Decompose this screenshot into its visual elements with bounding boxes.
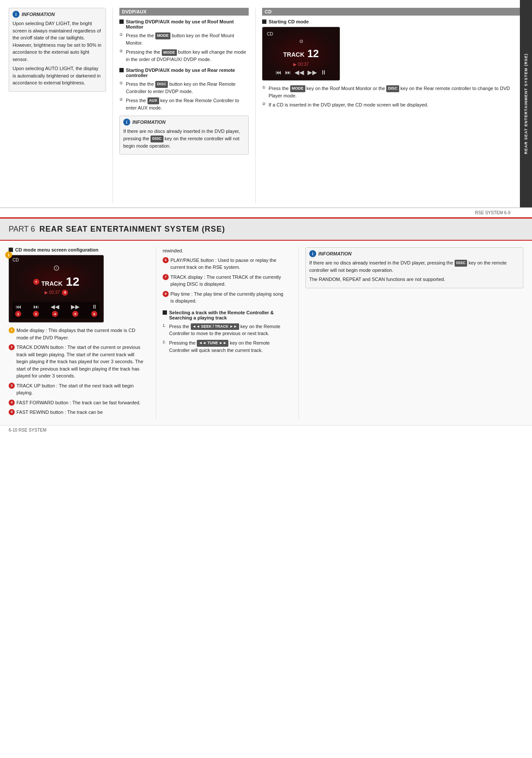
part-title: REAR SEAT ENTERTAINMENT SYSTEM (RSE) (39, 225, 225, 234)
prev-track-icon: ⏮ (276, 69, 282, 76)
ann-7: 7 (33, 279, 39, 285)
badge-5: 5 (9, 409, 15, 415)
cd-screen-bottom: CD ⊙ 7 TRACK 12 ▶ 00:37 (9, 255, 104, 323)
mode-kbd2: MODE (162, 49, 177, 56)
sub1-title-text: Starting DVDP/AUX mode by use of Roof Mo… (126, 19, 249, 29)
ctrl-2: ⏭ 3 (33, 303, 39, 317)
track-number: 12 (307, 48, 319, 59)
track-label: TRACK (283, 51, 304, 58)
list-item-4: 4 FAST FORWARD button : The track can be… (9, 399, 147, 406)
bottom-mid: rewinded. 6 PLAY/PAUSE button : Used to … (156, 247, 290, 419)
seek-track-kbd: ◄◄ SEEK / TRACK ►► (191, 323, 239, 330)
col-mid-dvdp: DVDP/AUX Starting DVDP/AUX mode by use o… (112, 8, 255, 203)
track-time: ▶ 00:37 (45, 290, 60, 295)
badge-4: 4 (9, 400, 15, 406)
bullet-icon2 (119, 68, 124, 72)
ann-8: 8 (62, 290, 68, 296)
ann-6: 6 (91, 311, 97, 317)
info-icon3: i (309, 250, 316, 257)
list-item-3: 3 TRACK UP button : The start of the nex… (9, 382, 147, 397)
info-para1: Upon selecting DAY LIGHT, the bright scr… (13, 20, 102, 63)
info-box-daylight: i INFORMATION Upon selecting DAY LIGHT, … (9, 8, 106, 92)
sub2-steps: ① Press the the DISC button key on the R… (119, 81, 249, 112)
col-left-info: i INFORMATION Upon selecting DAY LIGHT, … (9, 8, 112, 203)
info-title-text: INFORMATION (22, 12, 55, 17)
bottom-right: i INFORMATION If there are no discs alre… (298, 247, 523, 419)
info-icon: i (13, 11, 19, 18)
col-right-cd: CD Starting CD mode CD ⊙ TRACK 12 ▶ 00:3… (255, 8, 523, 203)
tune-kbd: ◄◄ TUNE ►► (197, 340, 228, 347)
track-steps: 1. Press the ◄◄ SEEK / TRACK ►► key on t… (163, 323, 283, 354)
mode-kbd: MODE (155, 32, 170, 39)
cd-config-list: 1 Mode display : This displays that the … (9, 327, 147, 416)
cd-config-list-cont: 6 PLAY/PAUSE button : Used to pause or r… (163, 257, 283, 305)
info-bottom-text1: If there are no discs already inserted i… (309, 259, 519, 274)
cd-bg: ⊙ 7 TRACK 12 ▶ 00:37 8 (13, 259, 100, 300)
sub1-steps: ① Press the the MODE button key on the R… (119, 32, 249, 63)
pause-icon: ⏸ (320, 69, 327, 76)
rewind-icon-sm: ◀◀ (51, 303, 59, 310)
step-seek: 1. Press the ◄◄ SEEK / TRACK ►► key on t… (163, 323, 283, 337)
list-item-7: 7 TRACK display : The current TRACK of t… (163, 274, 283, 288)
rewinded-text: rewinded. (163, 247, 283, 255)
track-label-sm: TRACK (42, 280, 63, 287)
badge-2: 2 (9, 344, 15, 350)
aux-kbd: AUX (147, 97, 159, 104)
cd-header: CD (262, 8, 523, 16)
sidebar-label: REAR SEAT ENTERTAINMENT SYSTEM (RSE) (520, 0, 532, 207)
track-num-sm: 12 (66, 275, 79, 288)
circle-icon: ⊙ (17, 263, 96, 273)
sub2-title: Starting DVDP/AUX mode by use of Rear re… (119, 68, 249, 78)
disc-kbd4: DISC (455, 260, 468, 267)
info-bottom-title-text: INFORMATION (318, 251, 352, 256)
selecting-track-title: Selecting a track with the Remote Contro… (163, 310, 283, 320)
bottom-section: PART 6 REAR SEAT ENTERTAINMENT SYSTEM (R… (0, 217, 532, 425)
cd-dot: ⊙ (267, 39, 335, 44)
badge-6: 6 (163, 257, 169, 263)
info-title: i INFORMATION (13, 11, 102, 18)
step-item: ② Pressing the the MODE button key will … (119, 48, 249, 63)
info-box-nodisc: i INFORMATION If there are no discs alre… (119, 116, 249, 155)
next-track-icon: ⏭ (285, 69, 291, 76)
part-label: PART 6 (9, 225, 35, 234)
time-row: ▶ 00:37 8 (17, 289, 96, 296)
step-item: ① Press the MODE key on the Roof Mount M… (262, 85, 523, 99)
step-item: ① Press the the MODE button key on the R… (119, 32, 249, 46)
step-item: ① Press the the DISC button key on the R… (119, 81, 249, 95)
cd-controls: ⏮ ⏭ ◀◀ ▶▶ ⏸ (267, 69, 335, 76)
page-footer-top: RSE SYSTEM 6-9 (0, 208, 532, 217)
cd-label: CD (267, 32, 335, 36)
mode-kbd3: MODE (290, 85, 305, 92)
starting-cd-text: Starting CD mode (269, 19, 309, 24)
step-item: ② Press the AUX key on the Rear Remote C… (119, 97, 249, 111)
info2-title-text: INFORMATION (132, 119, 166, 125)
ffwd-icon-sm: ▶▶ (71, 303, 80, 310)
info-icon2: i (123, 119, 130, 126)
info-bottom-text2: The RANDOM, REPEAT and SCAN functions ar… (309, 276, 519, 283)
list-item-1: 1 Mode display : This displays that the … (9, 327, 147, 341)
pause-icon-sm: ⏸ (92, 303, 97, 310)
next-icon-sm: ⏭ (33, 303, 39, 310)
ctrl-1: ⏮ 2 (15, 303, 21, 317)
ann-4: 4 (52, 311, 58, 317)
cd-config-text: CD mode menu screen configuration (15, 247, 99, 252)
cd-time: ▶ 00:37 (267, 62, 335, 67)
bottom-content: CD mode menu screen configuration 1 CD ⊙… (0, 241, 532, 425)
bullet-icon3 (262, 19, 266, 24)
disc-kbd: DISC (155, 81, 168, 88)
page-footer-bottom: 6-10 RSE SYSTEM (0, 425, 532, 435)
item6-text: PLAY/PAUSE button : Used to pause or rep… (170, 258, 276, 270)
step-item: ② If a CD is inserted in the DVD player,… (262, 101, 523, 109)
cd-config-title: CD mode menu screen configuration (9, 247, 147, 252)
top-section: i INFORMATION Upon selecting DAY LIGHT, … (0, 0, 532, 208)
sub2-title-text: Starting DVDP/AUX mode by use of Rear re… (126, 68, 249, 78)
ann-5: 5 (72, 311, 78, 317)
disc-kbd2: DISC (151, 135, 163, 142)
forward-icon: ▶▶ (308, 69, 317, 76)
rewind-icon: ◀◀ (295, 69, 304, 76)
list-item-6: 6 PLAY/PAUSE button : Used to pause or r… (163, 257, 283, 271)
badge-8: 8 (163, 291, 169, 297)
cd-steps: ① Press the MODE key on the Roof Mount M… (262, 85, 523, 109)
bottom-left: CD mode menu screen configuration 1 CD ⊙… (9, 247, 147, 419)
badge-3: 3 (9, 383, 15, 389)
